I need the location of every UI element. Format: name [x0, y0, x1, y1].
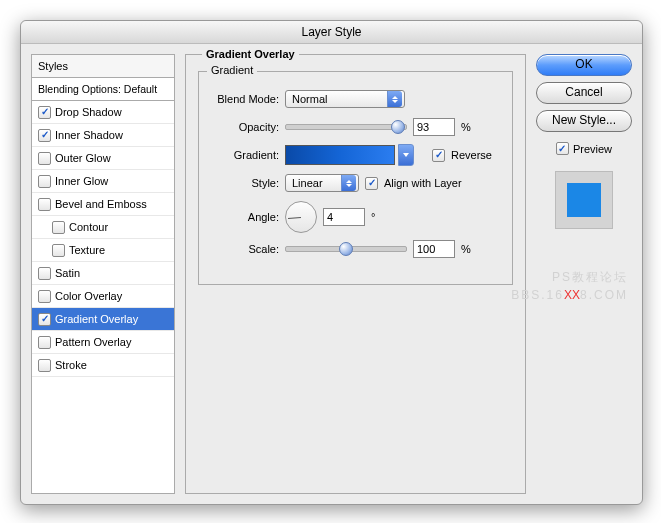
style-item-inner-shadow[interactable]: Inner Shadow [32, 124, 174, 147]
align-checkbox[interactable] [365, 177, 378, 190]
window-title: Layer Style [301, 25, 361, 39]
style-checkbox[interactable] [38, 106, 51, 119]
ok-label: OK [575, 57, 592, 71]
opacity-label: Opacity: [213, 121, 279, 133]
style-item-gradient-overlay[interactable]: Gradient Overlay [32, 308, 174, 331]
style-checkbox[interactable] [52, 221, 65, 234]
blend-mode-value: Normal [292, 93, 327, 105]
style-item-inner-glow[interactable]: Inner Glow [32, 170, 174, 193]
reverse-checkbox[interactable] [432, 149, 445, 162]
style-checkbox[interactable] [38, 336, 51, 349]
cancel-button[interactable]: Cancel [536, 82, 632, 104]
style-row: Style: Linear Align with Layer [213, 172, 498, 194]
opacity-input[interactable]: 93 [413, 118, 455, 136]
new-style-label: New Style... [552, 113, 616, 127]
panel-title: Gradient Overlay [202, 48, 299, 60]
style-item-outer-glow[interactable]: Outer Glow [32, 147, 174, 170]
reverse-label: Reverse [451, 149, 492, 161]
window-titlebar: Layer Style [21, 21, 642, 44]
style-item-satin[interactable]: Satin [32, 262, 174, 285]
styles-header[interactable]: Styles [32, 55, 174, 78]
opacity-row: Opacity: 93 % [213, 116, 498, 138]
blending-options-row[interactable]: Blending Options: Default [32, 78, 174, 101]
style-item-label: Color Overlay [55, 290, 122, 302]
gradient-group-label: Gradient [207, 64, 257, 76]
blend-mode-row: Blend Mode: Normal [213, 88, 498, 110]
preview-label: Preview [573, 143, 612, 155]
style-item-label: Bevel and Emboss [55, 198, 147, 210]
styles-panel: Styles Blending Options: Default Drop Sh… [31, 54, 175, 494]
style-item-label: Drop Shadow [55, 106, 122, 118]
scale-slider[interactable] [285, 246, 407, 252]
style-item-label: Contour [69, 221, 108, 233]
style-item-label: Inner Glow [55, 175, 108, 187]
cancel-label: Cancel [565, 85, 602, 99]
watermark-line1: PS教程论坛 [511, 268, 628, 286]
watermark-line2: BBS.16XX8.COM [511, 286, 628, 304]
angle-input[interactable]: 4 [323, 208, 365, 226]
angle-label: Angle: [213, 211, 279, 223]
style-item-label: Satin [55, 267, 80, 279]
style-checkbox[interactable] [52, 244, 65, 257]
align-label: Align with Layer [384, 177, 462, 189]
style-checkbox[interactable] [38, 290, 51, 303]
styles-list: Drop ShadowInner ShadowOuter GlowInner G… [32, 101, 174, 493]
style-item-texture[interactable]: Texture [32, 239, 174, 262]
style-checkbox[interactable] [38, 129, 51, 142]
slider-thumb-icon[interactable] [391, 120, 405, 134]
preview-checkbox[interactable] [556, 142, 569, 155]
gradient-dropdown-icon[interactable] [398, 144, 414, 166]
style-item-stroke[interactable]: Stroke [32, 354, 174, 377]
scale-unit: % [461, 243, 471, 255]
gradient-swatch[interactable] [285, 145, 395, 165]
preview-row: Preview [536, 142, 632, 155]
gradient-group: Gradient Blend Mode: Normal Opacity: 93 … [198, 71, 513, 285]
chevron-updown-icon [387, 91, 402, 107]
preview-swatch [567, 183, 601, 217]
style-item-label: Texture [69, 244, 105, 256]
settings-panel: Gradient Overlay Gradient Blend Mode: No… [185, 54, 526, 494]
ok-button[interactable]: OK [536, 54, 632, 76]
style-select[interactable]: Linear [285, 174, 359, 192]
angle-unit: ° [371, 211, 375, 223]
angle-row: Angle: 4 ° [213, 206, 498, 228]
slider-thumb-icon[interactable] [339, 242, 353, 256]
style-item-contour[interactable]: Contour [32, 216, 174, 239]
style-checkbox[interactable] [38, 313, 51, 326]
blend-mode-select[interactable]: Normal [285, 90, 405, 108]
style-item-color-overlay[interactable]: Color Overlay [32, 285, 174, 308]
style-label: Style: [213, 177, 279, 189]
style-item-drop-shadow[interactable]: Drop Shadow [32, 101, 174, 124]
layer-style-dialog: Layer Style Styles Blending Options: Def… [20, 20, 643, 505]
style-checkbox[interactable] [38, 152, 51, 165]
style-item-bevel-and-emboss[interactable]: Bevel and Emboss [32, 193, 174, 216]
style-item-label: Gradient Overlay [55, 313, 138, 325]
blend-mode-label: Blend Mode: [213, 93, 279, 105]
watermark: PS教程论坛 BBS.16XX8.COM [511, 268, 628, 304]
opacity-unit: % [461, 121, 471, 133]
styles-header-label: Styles [38, 60, 68, 72]
new-style-button[interactable]: New Style... [536, 110, 632, 132]
gradient-row: Gradient: Reverse [213, 144, 498, 166]
style-checkbox[interactable] [38, 198, 51, 211]
style-item-label: Pattern Overlay [55, 336, 131, 348]
chevron-updown-icon [341, 175, 356, 191]
gradient-label: Gradient: [213, 149, 279, 161]
style-checkbox[interactable] [38, 267, 51, 280]
scale-row: Scale: 100 % [213, 238, 498, 260]
style-checkbox[interactable] [38, 359, 51, 372]
scale-label: Scale: [213, 243, 279, 255]
style-item-label: Inner Shadow [55, 129, 123, 141]
style-item-pattern-overlay[interactable]: Pattern Overlay [32, 331, 174, 354]
blending-options-label: Blending Options: Default [38, 83, 157, 95]
angle-dial[interactable] [285, 201, 317, 233]
style-checkbox[interactable] [38, 175, 51, 188]
style-value: Linear [292, 177, 323, 189]
style-item-label: Outer Glow [55, 152, 111, 164]
opacity-slider[interactable] [285, 124, 407, 130]
preview-swatch-container [555, 171, 613, 229]
scale-input[interactable]: 100 [413, 240, 455, 258]
style-item-label: Stroke [55, 359, 87, 371]
